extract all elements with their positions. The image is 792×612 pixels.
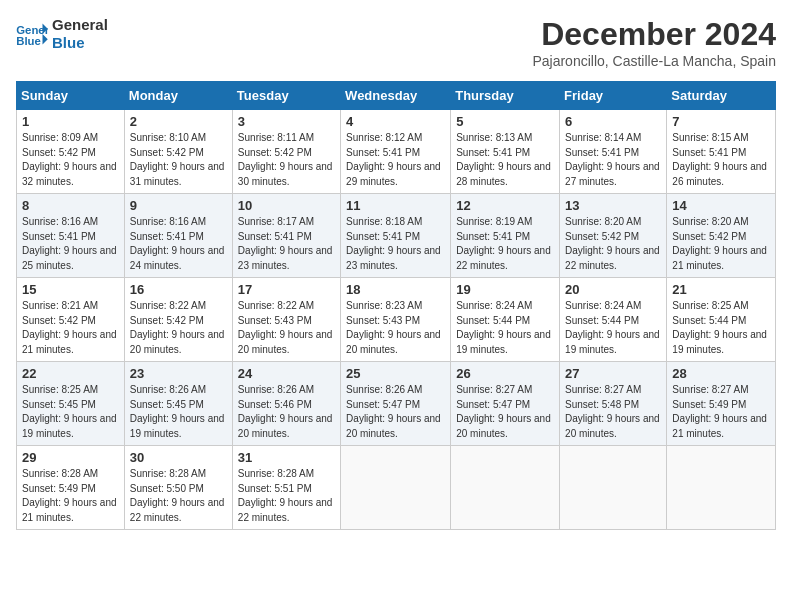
calendar-cell xyxy=(667,446,776,530)
day-number: 20 xyxy=(565,282,661,297)
day-info: Sunrise: 8:22 AMSunset: 5:42 PMDaylight:… xyxy=(130,299,227,357)
day-info: Sunrise: 8:13 AMSunset: 5:41 PMDaylight:… xyxy=(456,131,554,189)
day-number: 1 xyxy=(22,114,119,129)
day-info: Sunrise: 8:16 AMSunset: 5:41 PMDaylight:… xyxy=(22,215,119,273)
day-number: 14 xyxy=(672,198,770,213)
day-info: Sunrise: 8:27 AMSunset: 5:47 PMDaylight:… xyxy=(456,383,554,441)
day-info: Sunrise: 8:26 AMSunset: 5:45 PMDaylight:… xyxy=(130,383,227,441)
day-info: Sunrise: 8:17 AMSunset: 5:41 PMDaylight:… xyxy=(238,215,335,273)
calendar-cell: 20Sunrise: 8:24 AMSunset: 5:44 PMDayligh… xyxy=(560,278,667,362)
calendar-cell: 1Sunrise: 8:09 AMSunset: 5:42 PMDaylight… xyxy=(17,110,125,194)
calendar-week-2: 8Sunrise: 8:16 AMSunset: 5:41 PMDaylight… xyxy=(17,194,776,278)
header-sunday: Sunday xyxy=(17,82,125,110)
header-thursday: Thursday xyxy=(451,82,560,110)
day-info: Sunrise: 8:11 AMSunset: 5:42 PMDaylight:… xyxy=(238,131,335,189)
day-number: 25 xyxy=(346,366,445,381)
calendar-cell: 6Sunrise: 8:14 AMSunset: 5:41 PMDaylight… xyxy=(560,110,667,194)
month-title: December 2024 xyxy=(532,16,776,53)
day-number: 31 xyxy=(238,450,335,465)
location-subtitle: Pajaroncillo, Castille-La Mancha, Spain xyxy=(532,53,776,69)
calendar-cell: 28Sunrise: 8:27 AMSunset: 5:49 PMDayligh… xyxy=(667,362,776,446)
day-number: 9 xyxy=(130,198,227,213)
day-info: Sunrise: 8:27 AMSunset: 5:48 PMDaylight:… xyxy=(565,383,661,441)
day-number: 11 xyxy=(346,198,445,213)
day-info: Sunrise: 8:14 AMSunset: 5:41 PMDaylight:… xyxy=(565,131,661,189)
day-number: 10 xyxy=(238,198,335,213)
day-info: Sunrise: 8:25 AMSunset: 5:44 PMDaylight:… xyxy=(672,299,770,357)
day-info: Sunrise: 8:28 AMSunset: 5:49 PMDaylight:… xyxy=(22,467,119,525)
day-number: 3 xyxy=(238,114,335,129)
day-number: 6 xyxy=(565,114,661,129)
day-info: Sunrise: 8:15 AMSunset: 5:41 PMDaylight:… xyxy=(672,131,770,189)
calendar-cell: 10Sunrise: 8:17 AMSunset: 5:41 PMDayligh… xyxy=(232,194,340,278)
day-number: 21 xyxy=(672,282,770,297)
calendar-cell: 25Sunrise: 8:26 AMSunset: 5:47 PMDayligh… xyxy=(341,362,451,446)
header-friday: Friday xyxy=(560,82,667,110)
logo-icon: General Blue xyxy=(16,20,48,48)
calendar-cell: 7Sunrise: 8:15 AMSunset: 5:41 PMDaylight… xyxy=(667,110,776,194)
day-info: Sunrise: 8:28 AMSunset: 5:51 PMDaylight:… xyxy=(238,467,335,525)
logo-blue: Blue xyxy=(52,34,108,52)
day-number: 17 xyxy=(238,282,335,297)
calendar-cell: 26Sunrise: 8:27 AMSunset: 5:47 PMDayligh… xyxy=(451,362,560,446)
calendar-cell: 27Sunrise: 8:27 AMSunset: 5:48 PMDayligh… xyxy=(560,362,667,446)
calendar-cell: 3Sunrise: 8:11 AMSunset: 5:42 PMDaylight… xyxy=(232,110,340,194)
logo-general: General xyxy=(52,16,108,34)
day-number: 15 xyxy=(22,282,119,297)
calendar-cell: 31Sunrise: 8:28 AMSunset: 5:51 PMDayligh… xyxy=(232,446,340,530)
calendar-cell: 14Sunrise: 8:20 AMSunset: 5:42 PMDayligh… xyxy=(667,194,776,278)
day-info: Sunrise: 8:21 AMSunset: 5:42 PMDaylight:… xyxy=(22,299,119,357)
day-info: Sunrise: 8:24 AMSunset: 5:44 PMDaylight:… xyxy=(565,299,661,357)
day-number: 29 xyxy=(22,450,119,465)
day-number: 28 xyxy=(672,366,770,381)
day-number: 12 xyxy=(456,198,554,213)
calendar-week-3: 15Sunrise: 8:21 AMSunset: 5:42 PMDayligh… xyxy=(17,278,776,362)
calendar-cell: 18Sunrise: 8:23 AMSunset: 5:43 PMDayligh… xyxy=(341,278,451,362)
day-info: Sunrise: 8:16 AMSunset: 5:41 PMDaylight:… xyxy=(130,215,227,273)
day-number: 19 xyxy=(456,282,554,297)
calendar-cell: 22Sunrise: 8:25 AMSunset: 5:45 PMDayligh… xyxy=(17,362,125,446)
header-saturday: Saturday xyxy=(667,82,776,110)
day-number: 4 xyxy=(346,114,445,129)
header-tuesday: Tuesday xyxy=(232,82,340,110)
calendar-cell: 15Sunrise: 8:21 AMSunset: 5:42 PMDayligh… xyxy=(17,278,125,362)
calendar-cell: 19Sunrise: 8:24 AMSunset: 5:44 PMDayligh… xyxy=(451,278,560,362)
calendar-week-1: 1Sunrise: 8:09 AMSunset: 5:42 PMDaylight… xyxy=(17,110,776,194)
calendar-cell xyxy=(451,446,560,530)
day-number: 18 xyxy=(346,282,445,297)
calendar-body: 1Sunrise: 8:09 AMSunset: 5:42 PMDaylight… xyxy=(17,110,776,530)
header-monday: Monday xyxy=(124,82,232,110)
day-info: Sunrise: 8:26 AMSunset: 5:46 PMDaylight:… xyxy=(238,383,335,441)
day-number: 26 xyxy=(456,366,554,381)
calendar-table: SundayMondayTuesdayWednesdayThursdayFrid… xyxy=(16,81,776,530)
day-info: Sunrise: 8:09 AMSunset: 5:42 PMDaylight:… xyxy=(22,131,119,189)
day-info: Sunrise: 8:19 AMSunset: 5:41 PMDaylight:… xyxy=(456,215,554,273)
calendar-header-row: SundayMondayTuesdayWednesdayThursdayFrid… xyxy=(17,82,776,110)
calendar-cell: 29Sunrise: 8:28 AMSunset: 5:49 PMDayligh… xyxy=(17,446,125,530)
calendar-cell: 9Sunrise: 8:16 AMSunset: 5:41 PMDaylight… xyxy=(124,194,232,278)
calendar-cell xyxy=(560,446,667,530)
day-number: 27 xyxy=(565,366,661,381)
calendar-cell: 13Sunrise: 8:20 AMSunset: 5:42 PMDayligh… xyxy=(560,194,667,278)
calendar-cell: 23Sunrise: 8:26 AMSunset: 5:45 PMDayligh… xyxy=(124,362,232,446)
day-info: Sunrise: 8:22 AMSunset: 5:43 PMDaylight:… xyxy=(238,299,335,357)
day-number: 7 xyxy=(672,114,770,129)
day-info: Sunrise: 8:18 AMSunset: 5:41 PMDaylight:… xyxy=(346,215,445,273)
calendar-cell: 17Sunrise: 8:22 AMSunset: 5:43 PMDayligh… xyxy=(232,278,340,362)
calendar-cell: 5Sunrise: 8:13 AMSunset: 5:41 PMDaylight… xyxy=(451,110,560,194)
day-info: Sunrise: 8:20 AMSunset: 5:42 PMDaylight:… xyxy=(565,215,661,273)
page-header: General Blue General Blue December 2024 … xyxy=(16,16,776,69)
calendar-cell: 21Sunrise: 8:25 AMSunset: 5:44 PMDayligh… xyxy=(667,278,776,362)
day-info: Sunrise: 8:28 AMSunset: 5:50 PMDaylight:… xyxy=(130,467,227,525)
day-number: 30 xyxy=(130,450,227,465)
day-number: 5 xyxy=(456,114,554,129)
logo: General Blue General Blue xyxy=(16,16,108,52)
day-info: Sunrise: 8:20 AMSunset: 5:42 PMDaylight:… xyxy=(672,215,770,273)
day-number: 22 xyxy=(22,366,119,381)
calendar-cell: 8Sunrise: 8:16 AMSunset: 5:41 PMDaylight… xyxy=(17,194,125,278)
day-number: 23 xyxy=(130,366,227,381)
day-number: 8 xyxy=(22,198,119,213)
calendar-week-4: 22Sunrise: 8:25 AMSunset: 5:45 PMDayligh… xyxy=(17,362,776,446)
day-info: Sunrise: 8:24 AMSunset: 5:44 PMDaylight:… xyxy=(456,299,554,357)
day-info: Sunrise: 8:25 AMSunset: 5:45 PMDaylight:… xyxy=(22,383,119,441)
